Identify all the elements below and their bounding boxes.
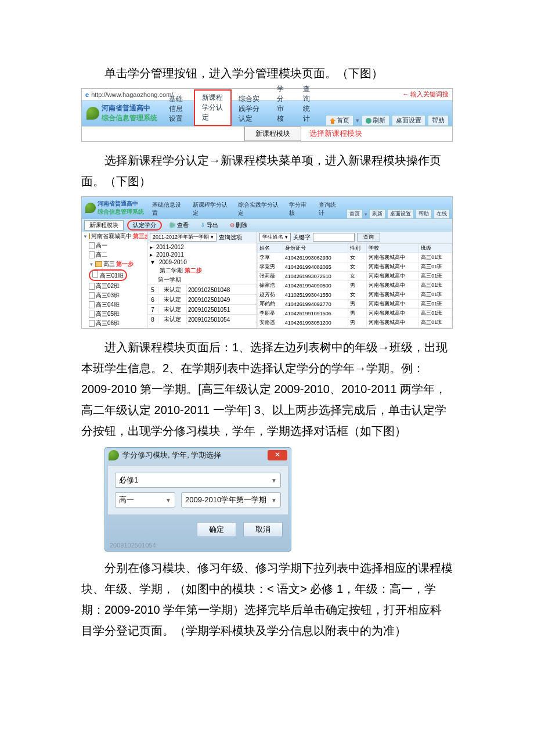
grade-tree: ▼河南省襄城高中 第三步 高一 高二 ▼高三 第一步 高三01班 高三02班 高…	[82, 232, 147, 328]
file-icon	[89, 242, 95, 249]
step2-label: 第二步	[185, 267, 202, 275]
refresh-button[interactable]: 刷新	[362, 115, 389, 126]
online-button[interactable]: 在线	[434, 209, 450, 219]
desktop-button[interactable]: 桌面设置	[392, 115, 425, 126]
col-header: 姓名	[258, 244, 283, 253]
col-header: 学校	[367, 244, 419, 253]
help-button[interactable]: 帮助	[416, 209, 432, 219]
list-row[interactable]: 8未认定2009102501054	[147, 314, 257, 324]
semester-select[interactable]: 2011-2012学年第一学期 ▾	[150, 233, 217, 242]
col-header: 班级	[419, 244, 452, 253]
screenshot-1: e http://www.hagaozhong.com/ ← 输入关键词搜 河南…	[81, 88, 453, 142]
screenshot-2: 河南省普通高中 综合信息管理系统 基础信息设置 新课程学分认定 综合实践学分认定…	[81, 196, 453, 329]
toolbar: 新课程模块 认定学分 ▦ 查看 ⇩ 导出 ⊖ 删除	[82, 219, 452, 232]
leaf-icon	[86, 107, 99, 120]
menu-item[interactable]: 查询统计	[296, 82, 322, 126]
menu-item[interactable]: 基础信息设置	[147, 199, 188, 219]
menu-item[interactable]: 综合实践学分认定	[232, 92, 270, 126]
close-button[interactable]: ✕	[268, 450, 287, 460]
home-icon	[330, 118, 335, 124]
file-icon	[92, 271, 98, 278]
menu-item[interactable]: 学分审核	[270, 82, 296, 126]
table-row[interactable]: 张莉薇4104261993072610女河南省襄城高中高三01班	[258, 272, 452, 281]
year-node[interactable]: ▸2010-2011	[147, 251, 257, 258]
file-icon	[89, 301, 95, 308]
menu-item[interactable]: 查询统计	[314, 199, 344, 219]
col-header: 性别	[348, 244, 366, 253]
query-button[interactable]: 查询	[357, 233, 380, 242]
list-row[interactable]: 6未认定2009102501049	[147, 294, 257, 304]
file-icon	[89, 292, 95, 299]
desktop-button[interactable]: 桌面设置	[387, 209, 414, 219]
file-icon	[89, 311, 95, 318]
cancel-button[interactable]: 取消	[243, 522, 283, 537]
semester-panel: 2011-2012学年第一学期 ▾ 查询选项 ▸2011-2012 ▸2010-…	[147, 232, 257, 328]
tree-class[interactable]: 高三02班	[82, 282, 147, 291]
logo-line1: 河南省普通高中	[98, 200, 144, 208]
menu-item-highlighted[interactable]: 新课程学分认定	[194, 89, 232, 126]
tree-class[interactable]: 高三03班	[82, 291, 147, 300]
file-icon	[89, 320, 95, 327]
main-menu: 基础信息设置 新课程学分认定 综合实践学分认定 学分审核 查询统计	[162, 100, 322, 126]
menu-item[interactable]: 学分审核	[284, 199, 315, 219]
logo-line1: 河南省普通高中	[102, 103, 157, 113]
ghost-text: 2009102501054	[105, 542, 291, 551]
url-hint: ← 输入关键词搜	[402, 90, 449, 99]
delete-button[interactable]: ⊖ 删除	[226, 220, 252, 231]
table-row[interactable]: 李草4104261993062930女河南省襄城高中高三01班	[258, 253, 452, 262]
paragraph: 进入新课程模块页面后：1、选择左边列表树中的年级→班级，出现本班学生信息。2、在…	[81, 337, 453, 441]
year-node[interactable]: ▸2011-2012	[147, 243, 257, 251]
table-row[interactable]: 赵芳彷4110251993041550女河南省襄城高中高三01班	[258, 290, 452, 300]
menu-item[interactable]: 新课程学分认定	[188, 199, 234, 219]
url-text: http://www.hagaozhong.com/	[91, 91, 173, 98]
list-row[interactable]: 7未认定2009102501051	[147, 304, 257, 314]
module-select[interactable]: 必修1▼	[115, 473, 281, 488]
export-button[interactable]: ⇩ 导出	[196, 220, 222, 231]
main-menu: 基础信息设置 新课程学分认定 综合实践学分认定 学分审核 查询统计	[147, 197, 344, 219]
folder-icon	[95, 261, 102, 267]
paragraph: 选择新课程学分认定→新课程模块菜单项，进入新课程模块操作页面。（下图）	[81, 150, 453, 192]
menu-item[interactable]: 综合实践学分认定	[233, 199, 284, 219]
file-icon	[89, 283, 95, 290]
grade-select[interactable]: 高一▼	[115, 492, 175, 507]
tree-grade[interactable]: 高一	[82, 241, 147, 250]
menu-item[interactable]: 基础信息设置	[162, 92, 194, 126]
home-button[interactable]: 首页	[326, 115, 353, 126]
home-button[interactable]: 首页	[347, 209, 363, 219]
table-row[interactable]: 邓鹤鹤4104261994092770男河南省襄城高中高三01班	[258, 300, 452, 309]
screenshot-3-dialog: 学分修习模块, 学年, 学期选择 ✕ 必修1▼ 高一▼ 2009-2010学年第…	[104, 447, 291, 552]
tree-root[interactable]: ▼河南省襄城高中 第三步	[82, 232, 147, 241]
logo-line2: 综合信息管理系统	[102, 113, 157, 123]
semester-node[interactable]: 第一学期	[147, 275, 257, 285]
table-row[interactable]: 安路遥4104261993051200男河南省襄城高中高三01班	[258, 318, 452, 327]
table-row[interactable]: 徐家浩4104261994090500男河南省襄城高中高三01班	[258, 281, 452, 290]
leaf-icon	[109, 450, 119, 460]
tree-class[interactable]: 高三06班	[82, 319, 147, 328]
semester-select[interactable]: 2009-2010学年第一学期▼	[181, 492, 281, 507]
ok-button[interactable]: 确定	[197, 522, 236, 537]
keyword-input[interactable]	[313, 233, 355, 242]
help-button[interactable]: 帮助	[428, 115, 449, 126]
list-row[interactable]: 5未认定2009102501048	[147, 285, 257, 294]
student-table: 姓名 身份证号 性别 学校 班级 李草4104261993062930女河南省襄…	[257, 243, 452, 327]
refresh-icon	[366, 118, 371, 124]
keyword-label: 关键字	[293, 233, 311, 242]
tree-grade[interactable]: ▼高三 第一步	[82, 260, 147, 269]
submenu-item[interactable]: 新课程模块	[244, 127, 301, 141]
tree-class[interactable]: 高三01班	[82, 269, 147, 282]
col-header: 身份证号	[283, 244, 348, 253]
tree-class[interactable]: 高三04班	[82, 300, 147, 309]
filter-field-select[interactable]: 学生姓名 ▾	[259, 233, 291, 242]
semester-node[interactable]: 第二学期 第二步	[147, 266, 257, 275]
annotation: 选择新课程模块	[301, 127, 370, 141]
tree-grade[interactable]: 高二	[82, 250, 147, 260]
file-icon	[89, 251, 95, 258]
paragraph: 单击学分管理按钮，进入学分管理模块页面。（下图）	[81, 63, 453, 84]
table-row[interactable]: 李朋举4104261991091506男河南省襄城高中高三01班	[258, 309, 452, 318]
tree-class[interactable]: 高三05班	[82, 309, 147, 319]
credit-button[interactable]: 认定学分	[127, 220, 162, 231]
view-button[interactable]: ▦ 查看	[165, 220, 193, 231]
year-node[interactable]: ▼2009-2010	[147, 258, 257, 266]
table-row[interactable]: 李竞男4104261994082065女河南省襄城高中高三01班	[258, 262, 452, 272]
refresh-button[interactable]: 刷新	[369, 209, 385, 219]
